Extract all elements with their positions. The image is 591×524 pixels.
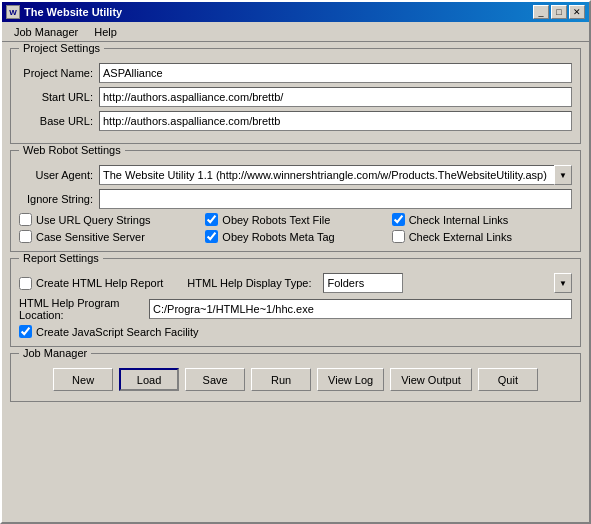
app-icon: W (6, 5, 20, 19)
checkbox-grid: Use URL Query Strings Obey Robots Text F… (19, 213, 572, 243)
html-help-program-label: HTML Help Program Location: (19, 297, 149, 321)
create-html-help-item: Create HTML Help Report (19, 277, 163, 290)
ignore-string-label: Ignore String: (19, 193, 99, 205)
html-display-type-select[interactable]: FoldersTabsNone (323, 273, 403, 293)
create-html-help-label: Create HTML Help Report (36, 277, 163, 289)
minimize-button[interactable]: _ (533, 5, 549, 19)
create-html-help-checkbox[interactable] (19, 277, 32, 290)
create-html-help-row: Create HTML Help Report HTML Help Displa… (19, 273, 572, 293)
obey-robots-meta-checkbox-label: Obey Robots Meta Tag (222, 231, 334, 243)
report-settings-group: Report Settings Create HTML Help Report … (10, 258, 581, 347)
user-agent-combo-wrapper: The Website Utility 1.1 (http://www.winn… (99, 165, 572, 185)
obey-robots-text-checkbox[interactable] (205, 213, 218, 226)
check-external-checkbox-label: Check External Links (409, 231, 512, 243)
run-button[interactable]: Run (251, 368, 311, 391)
obey-robots-text-checkbox-label: Obey Robots Text File (222, 214, 330, 226)
title-bar: W The Website Utility _ □ ✕ (2, 2, 589, 22)
check-internal-checkbox-label: Check Internal Links (409, 214, 509, 226)
base-url-row: Base URL: (19, 111, 572, 131)
load-button[interactable]: Load (119, 368, 179, 391)
case-sensitive-checkbox-label: Case Sensitive Server (36, 231, 145, 243)
use-url-query-checkbox-label: Use URL Query Strings (36, 214, 151, 226)
html-display-type-combo-wrapper: FoldersTabsNone ▼ (323, 273, 572, 293)
menu-bar: Job Manager Help (2, 22, 589, 42)
html-display-type-dropdown-arrow: ▼ (554, 273, 572, 293)
view-log-button[interactable]: View Log (317, 368, 384, 391)
start-url-label: Start URL: (19, 91, 99, 103)
check-internal-checkbox[interactable] (392, 213, 405, 226)
start-url-input[interactable] (99, 87, 572, 107)
user-agent-row: User Agent: The Website Utility 1.1 (htt… (19, 165, 572, 185)
create-js-search-label: Create JavaScript Search Facility (36, 326, 199, 338)
project-settings-group: Project Settings Project Name: Start URL… (10, 48, 581, 144)
use-url-query-item: Use URL Query Strings (19, 213, 199, 226)
title-bar-text: W The Website Utility (6, 5, 122, 19)
check-external-checkbox[interactable] (392, 230, 405, 243)
base-url-label: Base URL: (19, 115, 99, 127)
new-button[interactable]: New (53, 368, 113, 391)
content-area: Project Settings Project Name: Start URL… (2, 42, 589, 522)
user-agent-select[interactable]: The Website Utility 1.1 (http://www.winn… (99, 165, 572, 185)
project-settings-label: Project Settings (19, 42, 104, 54)
case-sensitive-item: Case Sensitive Server (19, 230, 199, 243)
button-bar: New Load Save Run View Log View Output Q… (19, 364, 572, 395)
main-window: W The Website Utility _ □ ✕ Job Manager … (0, 0, 591, 524)
check-internal-item: Check Internal Links (392, 213, 572, 226)
html-help-program-input[interactable] (149, 299, 572, 319)
start-url-row: Start URL: (19, 87, 572, 107)
project-name-row: Project Name: (19, 63, 572, 83)
check-external-item: Check External Links (392, 230, 572, 243)
close-button[interactable]: ✕ (569, 5, 585, 19)
ignore-string-input[interactable] (99, 189, 572, 209)
menu-item-job-manager[interactable]: Job Manager (6, 24, 86, 40)
job-manager-label: Job Manager (19, 347, 91, 359)
ignore-string-row: Ignore String: (19, 189, 572, 209)
obey-robots-meta-item: Obey Robots Meta Tag (205, 230, 385, 243)
job-manager-group: Job Manager New Load Save Run View Log V… (10, 353, 581, 402)
web-robot-settings-label: Web Robot Settings (19, 144, 125, 156)
menu-item-help[interactable]: Help (86, 24, 125, 40)
title-bar-buttons: _ □ ✕ (533, 5, 585, 19)
web-robot-settings-group: Web Robot Settings User Agent: The Websi… (10, 150, 581, 252)
user-agent-label: User Agent: (19, 169, 99, 181)
report-settings-label: Report Settings (19, 252, 103, 264)
quit-button[interactable]: Quit (478, 368, 538, 391)
obey-robots-meta-checkbox[interactable] (205, 230, 218, 243)
save-button[interactable]: Save (185, 368, 245, 391)
create-js-search-checkbox[interactable] (19, 325, 32, 338)
html-display-type-label: HTML Help Display Type: (187, 277, 311, 289)
project-name-input[interactable] (99, 63, 572, 83)
window-title: The Website Utility (24, 6, 122, 18)
project-name-label: Project Name: (19, 67, 99, 79)
maximize-button[interactable]: □ (551, 5, 567, 19)
create-js-search-item: Create JavaScript Search Facility (19, 325, 572, 338)
view-output-button[interactable]: View Output (390, 368, 472, 391)
use-url-query-checkbox[interactable] (19, 213, 32, 226)
obey-robots-text-item: Obey Robots Text File (205, 213, 385, 226)
html-help-program-row: HTML Help Program Location: (19, 297, 572, 321)
base-url-input[interactable] (99, 111, 572, 131)
case-sensitive-checkbox[interactable] (19, 230, 32, 243)
